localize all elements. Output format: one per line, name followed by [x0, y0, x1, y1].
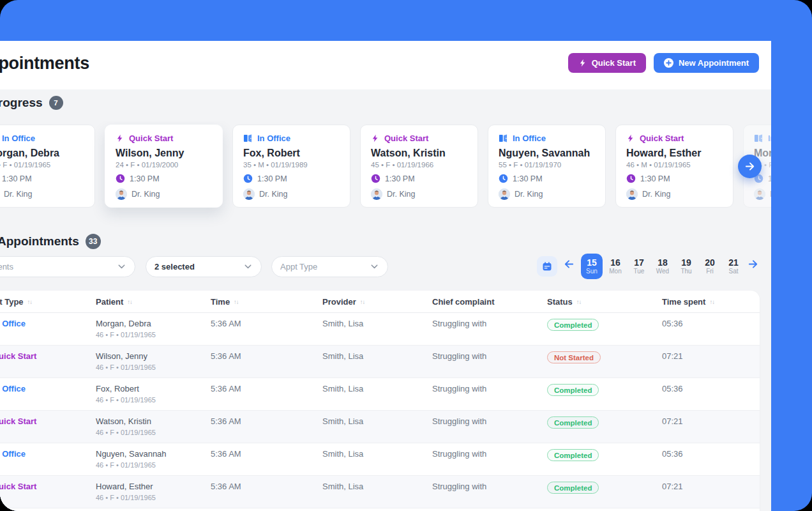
cell-patient: Wilson, Jenny 46 • F • 01/19/1965 [96, 351, 211, 378]
cell-chief-complaint: Struggling with [432, 319, 547, 345]
patient-card[interactable]: In Office Morgan, Debra 46 • F • 01/19/1… [0, 125, 95, 208]
patients-filter-value: Patients [0, 262, 13, 271]
sort-arrows-icon[interactable]: ↑↓ [360, 298, 365, 305]
doctor-avatar-icon [243, 188, 255, 200]
providers-filter-value: 2 selected [154, 262, 195, 271]
column-header[interactable]: Provider ↑↓ [322, 297, 432, 307]
card-provider: Dr. King [642, 190, 670, 199]
cell-provider: Smith, Lisa [322, 319, 432, 345]
doctor-avatar-icon [754, 188, 765, 200]
table-row[interactable]: Quick Start Watson, Kristin 46 • F • 01/… [0, 411, 760, 443]
cell-appt-type[interactable]: In Office [0, 384, 96, 410]
week-day[interactable]: 19 Thu [675, 254, 697, 279]
new-appointment-button[interactable]: New Appointment [654, 53, 759, 73]
column-header[interactable]: Status ↑↓ [547, 297, 662, 307]
card-type-label: In Office [2, 133, 35, 143]
cell-appt-type[interactable]: In Office [0, 449, 96, 475]
column-header[interactable]: Appt Type ↑↓ [0, 297, 96, 307]
card-provider-row: Dr. King [116, 188, 212, 200]
quick-start-button[interactable]: Quick Start [568, 53, 646, 73]
calendar-button[interactable] [537, 256, 557, 277]
clock-icon [371, 174, 380, 183]
status-badge: Completed [547, 384, 599, 396]
sort-arrows-icon[interactable]: ↑↓ [709, 298, 714, 305]
column-header[interactable]: Chief complaint ↑↓ [432, 297, 547, 307]
cell-status: Not Started [547, 351, 662, 378]
table-row[interactable]: Quick Start Howard, Esther 46 • F • 01/1… [0, 476, 760, 508]
cell-appt-type[interactable]: In Office [0, 319, 96, 345]
patients-filter-dropdown[interactable]: Patients [0, 256, 135, 277]
quick-start-label: Quick Start [592, 58, 636, 68]
in-office-door-icon [243, 133, 252, 143]
sort-arrows-icon[interactable]: ↑↓ [234, 298, 239, 305]
column-header[interactable]: Patient ↑↓ [96, 297, 211, 307]
patient-name: Wilson, Jenny [96, 351, 211, 361]
table-row[interactable]: Quick Start Wilson, Jenny 46 • F • 01/19… [0, 346, 760, 378]
patient-card[interactable]: Quick Start Watson, Kristin 45 • F • 01/… [360, 125, 478, 208]
patient-card[interactable]: Quick Start Wilson, Jenny 24 • F • 01/19… [105, 125, 223, 208]
app-panel: Appointments Quick Start New Appointment… [0, 41, 771, 511]
card-provider: Dr. King [132, 190, 160, 199]
patient-card[interactable]: In Office Nguyen, Savannah 55 • F • 01/1… [488, 125, 606, 208]
appt-type-filter-dropdown[interactable]: Appt Type [271, 256, 388, 277]
week-day[interactable]: 15 Sun [581, 254, 603, 279]
sort-arrows-icon[interactable]: ↑↓ [127, 298, 132, 305]
cell-appt-type[interactable]: Quick Start [0, 351, 96, 378]
card-provider: Dr. King [387, 190, 415, 199]
cell-status: Completed [547, 384, 662, 410]
cell-appt-type[interactable]: Quick Start [0, 482, 96, 508]
day-number: 18 [658, 257, 668, 268]
calendar-icon [542, 261, 552, 271]
day-number: 16 [610, 257, 620, 268]
lightning-icon [116, 133, 124, 143]
patient-name: Nguyen, Savannah [96, 449, 211, 459]
table-row[interactable]: In Office Morgan, Debra 46 • F • 01/19/1… [0, 313, 760, 346]
providers-filter-dropdown[interactable]: 2 selected [146, 256, 262, 277]
patient-meta: 46 • F • 01/19/1965 [96, 429, 211, 436]
table-header-row: Appt Type ↑↓ Patient ↑↓ Time ↑↓ Provider… [0, 291, 760, 313]
column-header[interactable]: Time ↑↓ [211, 297, 322, 307]
week-next-button[interactable] [748, 259, 758, 270]
week-day[interactable]: 20 Fri [699, 254, 721, 279]
table-row[interactable]: In Office Fox, Robert 46 • F • 01/19/196… [0, 378, 760, 411]
week-day[interactable]: 16 Mon [605, 254, 626, 279]
sort-arrows-icon[interactable]: ↑↓ [576, 298, 582, 305]
avatar [116, 188, 127, 200]
status-badge: Completed [547, 482, 599, 494]
lightning-icon [371, 133, 379, 143]
cell-status: Completed [547, 482, 662, 508]
card-provider: Dr. King [770, 190, 771, 199]
card-time-row: 1:30 PM [116, 174, 212, 183]
day-name: Thu [680, 268, 691, 275]
column-label: Time spent [662, 297, 705, 307]
week-day[interactable]: 17 Tue [628, 254, 650, 279]
cell-time-spent: 07:21 [662, 351, 760, 378]
card-provider-row: Dr. King [754, 188, 771, 200]
sort-arrows-icon[interactable]: ↑↓ [27, 298, 33, 305]
card-patient-meta: 35 • M • 01/19/1989 [243, 161, 340, 169]
status-badge: Completed [547, 416, 599, 429]
patient-card[interactable]: Quick Start Howard, Esther 46 • M • 01/1… [615, 125, 733, 208]
week-prev-button[interactable] [564, 259, 575, 270]
new-appointment-label: New Appointment [679, 58, 749, 68]
week-day[interactable]: 21 Sat [723, 254, 744, 279]
patient-card[interactable]: In Office Fox, Robert 35 • M • 01/19/198… [232, 125, 350, 208]
carousel-next-button[interactable] [738, 155, 762, 178]
day-number: 21 [728, 257, 739, 268]
patient-meta: 46 • F • 01/19/1965 [96, 363, 211, 371]
cell-time: 5:36 AM [211, 319, 322, 345]
column-header[interactable]: Time spent ↑↓ [662, 297, 760, 307]
column-label: Chief complaint [432, 297, 495, 307]
cell-time: 5:36 AM [211, 482, 322, 508]
card-provider: Dr. King [259, 190, 287, 199]
week-day[interactable]: 18 Wed [652, 254, 673, 279]
cell-chief-complaint: Struggling with [432, 351, 547, 378]
status-badge: Not Started [547, 351, 601, 363]
card-provider: Dr. King [515, 190, 543, 199]
doctor-avatar-icon [499, 188, 510, 200]
in-progress-heading: In Progress 7 [0, 96, 63, 110]
cell-appt-type[interactable]: Quick Start [0, 416, 96, 443]
table-row[interactable]: In Office Nguyen, Savannah 46 • F • 01/1… [0, 443, 760, 476]
card-patient-meta: 46 • M • 01/19/1965 [626, 161, 723, 169]
card-patient-meta: 24 • F • 01/19/2000 [116, 161, 212, 169]
